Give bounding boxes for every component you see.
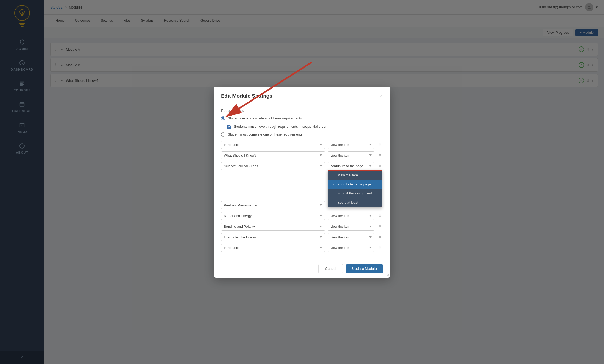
modal-overlay[interactable]: Edit Module Settings × Requirements Stud… xyxy=(0,0,604,364)
req-item-select-7[interactable]: Introduction xyxy=(221,244,325,252)
req-remove-7[interactable]: ✕ xyxy=(377,244,383,252)
req-action-select-0[interactable]: view the item xyxy=(328,141,374,149)
req-row-4: Matter and Energy view the item ✕ xyxy=(221,212,383,220)
checkbox-sequential[interactable]: Students must move through requirements … xyxy=(227,125,383,129)
resize-handle[interactable]: ⇲ xyxy=(387,273,389,277)
modal-footer: Cancel Update Module xyxy=(214,260,390,278)
req-remove-1[interactable]: ✕ xyxy=(377,151,383,159)
radio-one-input[interactable] xyxy=(221,132,225,137)
req-action-select-1[interactable]: view the item xyxy=(328,151,374,159)
req-row-5: Bonding and Polarity view the item ✕ xyxy=(221,223,383,231)
req-item-select-3[interactable]: Pre-Lab: Pressure, Ter xyxy=(221,201,325,209)
req-remove-5[interactable]: ✕ xyxy=(377,223,383,230)
check-icon: ✓ xyxy=(332,182,336,186)
action-dropdown-popup: view the item ✓ contribute to the page s… xyxy=(328,170,382,207)
modal-body: Requirements Students must complete all … xyxy=(214,103,390,260)
radio-group: Students must complete all of these requ… xyxy=(221,116,383,120)
dropdown-option-contribute[interactable]: ✓ contribute to the page xyxy=(328,180,382,189)
req-action-select-7[interactable]: view the item xyxy=(328,244,374,252)
sequential-checkbox[interactable] xyxy=(227,125,231,129)
modal-header: Edit Module Settings × xyxy=(214,87,390,103)
req-row-1: What Should I Know? view the item ✕ xyxy=(221,151,383,159)
req-remove-6[interactable]: ✕ xyxy=(377,233,383,241)
req-item-select-6[interactable]: Intermolecular Forces xyxy=(221,233,325,241)
update-module-button[interactable]: Update Module xyxy=(346,264,383,273)
req-remove-4[interactable]: ✕ xyxy=(377,212,383,220)
req-action-select-5[interactable]: view the item xyxy=(328,223,374,231)
dropdown-option-submit[interactable]: submit the assignment xyxy=(328,189,382,198)
req-action-select-4[interactable]: view the item xyxy=(328,212,374,220)
req-remove-0[interactable]: ✕ xyxy=(377,141,383,149)
req-item-select-2[interactable]: Science Journal - Less xyxy=(221,162,325,170)
cancel-button[interactable]: Cancel xyxy=(318,264,343,273)
req-row-0: Introduction view the item ✕ xyxy=(221,141,383,149)
req-row-7: Introduction view the item ✕ xyxy=(221,244,383,252)
radio-all-input[interactable] xyxy=(221,116,225,120)
modal-title: Edit Module Settings xyxy=(221,93,272,99)
req-row-6: Intermolecular Forces view the item ✕ xyxy=(221,233,383,241)
sequential-label: Students must move through requirements … xyxy=(234,125,326,129)
req-action-select-2[interactable]: contribute to the page xyxy=(328,162,374,170)
modal-close-button[interactable]: × xyxy=(380,93,383,99)
dropdown-option-view[interactable]: view the item xyxy=(328,171,382,180)
radio-all-requirements[interactable]: Students must complete all of these requ… xyxy=(221,116,383,120)
dropdown-option-score[interactable]: score at least xyxy=(328,198,382,207)
req-item-select-0[interactable]: Introduction xyxy=(221,141,325,149)
requirements-label: Requirements xyxy=(221,109,383,113)
req-remove-2[interactable]: ✕ xyxy=(377,162,383,170)
radio-one-label: Student must complete one of these requi… xyxy=(228,132,303,136)
radio-all-label: Students must complete all of these requ… xyxy=(228,116,302,120)
req-row-2: Science Journal - Less contribute to the… xyxy=(221,162,383,170)
req-item-select-1[interactable]: What Should I Know? xyxy=(221,151,325,159)
edit-module-modal: Edit Module Settings × Requirements Stud… xyxy=(214,87,390,278)
req-item-select-5[interactable]: Bonding and Polarity xyxy=(221,223,325,231)
req-item-select-4[interactable]: Matter and Energy xyxy=(221,212,325,220)
radio-one-requirement[interactable]: Student must complete one of these requi… xyxy=(221,132,383,137)
req-action-select-6[interactable]: view the item xyxy=(328,233,374,241)
